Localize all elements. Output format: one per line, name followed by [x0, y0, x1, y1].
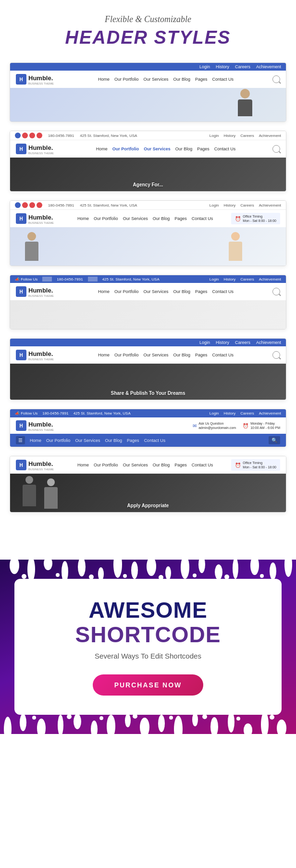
- topbar-login: Login: [199, 340, 210, 345]
- previews-section: Login History Careers Achievement H Humb…: [0, 58, 296, 531]
- logo: H Humble. BUSINESS THEME: [16, 143, 59, 155]
- svg-point-31: [210, 717, 218, 736]
- nav-services[interactable]: Our Services: [123, 216, 148, 221]
- svg-point-13: [215, 564, 222, 579]
- nav-blog[interactable]: Our Blog: [173, 289, 190, 294]
- nav-contact[interactable]: Contact Us: [192, 463, 213, 467]
- social-pinterest[interactable]: [29, 133, 35, 138]
- nav-pages[interactable]: Pages: [127, 438, 139, 443]
- nav-portfolio[interactable]: Our Portfolio: [94, 463, 118, 467]
- search-icon[interactable]: [272, 351, 280, 359]
- p1-navbar: H Humble. BUSINESS THEME Home Our Portfo…: [10, 71, 286, 88]
- topbar-address: 425 St. Stamford, New York, USA: [102, 277, 160, 281]
- nav-pages[interactable]: Pages: [197, 147, 210, 151]
- svg-point-41: [37, 719, 46, 738]
- nav-services[interactable]: Our Services: [143, 77, 168, 82]
- hero-text-5: Share & Publish To Your Dreams: [10, 391, 286, 396]
- svg-point-1: [10, 557, 19, 574]
- nav-pages[interactable]: Pages: [195, 77, 208, 82]
- search-icon[interactable]: [272, 75, 280, 83]
- follow-us: 📣 Follow Us: [15, 277, 37, 281]
- awesome-line1: AWESOME: [88, 598, 207, 623]
- hero-text: Agency For...: [10, 182, 286, 187]
- nav-contact[interactable]: Contact Us: [212, 77, 234, 82]
- social-google[interactable]: [22, 202, 28, 208]
- p6-middle: H Humble. BUSINESS THEME ✉ Ask Us Questi…: [10, 417, 286, 434]
- social-google[interactable]: [22, 133, 28, 138]
- drips-top: [0, 531, 296, 579]
- clock-icon-7: ⏰: [235, 463, 241, 468]
- social-rss[interactable]: [37, 133, 42, 138]
- logo-icon: H: [16, 144, 26, 154]
- drips-bottom: [0, 715, 296, 763]
- nav-home[interactable]: Home: [77, 216, 89, 221]
- logo-icon: H: [16, 460, 26, 470]
- svg-point-4: [62, 561, 68, 579]
- logo-text: Humble.: [28, 214, 53, 221]
- social-pinterest[interactable]: [29, 202, 35, 208]
- hero-person-right: [223, 232, 247, 266]
- nav-links: Home Our Portfolio Our Services Our Blog…: [64, 147, 268, 151]
- drip-top-svg: [0, 531, 296, 579]
- nav-blog[interactable]: Our Blog: [153, 216, 170, 221]
- nav-portfolio[interactable]: Our Portfolio: [114, 289, 139, 294]
- nav-blog[interactable]: Our Blog: [173, 353, 190, 357]
- nav-services[interactable]: Our Services: [144, 147, 171, 151]
- nav-home[interactable]: Home: [96, 147, 108, 151]
- nav-blog[interactable]: Our Blog: [153, 463, 170, 467]
- nav-pages[interactable]: Pages: [174, 463, 187, 467]
- menu-icon[interactable]: ☰: [16, 436, 25, 444]
- svg-point-5: [78, 557, 86, 576]
- nav-services[interactable]: Our Services: [143, 289, 168, 294]
- nav-portfolio[interactable]: Our Portfolio: [94, 216, 118, 221]
- svg-point-42: [20, 715, 26, 731]
- hero-text-7: Apply Appropriate: [10, 503, 286, 508]
- svg-point-21: [123, 574, 127, 578]
- svg-point-39: [74, 715, 81, 729]
- nav-pages[interactable]: Pages: [195, 289, 208, 294]
- nav-portfolio[interactable]: Our Portfolio: [114, 77, 139, 82]
- svg-point-8: [131, 562, 138, 579]
- svg-point-16: [270, 562, 276, 579]
- logo-sub: BUSINESS THEME: [28, 428, 54, 431]
- nav-home[interactable]: Home: [98, 289, 110, 294]
- nav-blog[interactable]: Our Blog: [175, 147, 193, 151]
- nav-portfolio[interactable]: Our Portfolio: [46, 438, 71, 443]
- nav-services[interactable]: Our Services: [123, 463, 148, 467]
- svg-point-45: [236, 717, 240, 721]
- topbar-login: Login: [210, 134, 219, 138]
- nav-home[interactable]: Home: [98, 77, 110, 82]
- top-title: HEADER STYLES: [10, 27, 286, 48]
- nav-services[interactable]: Our Services: [75, 438, 100, 443]
- nav-contact[interactable]: Contact Us: [144, 438, 166, 443]
- nav-contact[interactable]: Contact Us: [212, 353, 234, 357]
- topbar-login: Login: [210, 411, 219, 416]
- nav-services[interactable]: Our Services: [143, 353, 168, 357]
- social-facebook[interactable]: [15, 202, 21, 208]
- svg-point-7: [113, 551, 122, 578]
- office-timing: ⏰ Office TimingMon - Sat 8:00 - 18:00: [231, 213, 280, 224]
- nav-portfolio[interactable]: Our Portfolio: [112, 147, 139, 151]
- divider: [42, 277, 52, 281]
- nav-home[interactable]: Home: [30, 438, 41, 443]
- nav-home[interactable]: Home: [77, 463, 89, 467]
- nav-pages[interactable]: Pages: [195, 353, 208, 357]
- svg-point-43: [4, 717, 12, 742]
- social-rss[interactable]: [37, 202, 42, 208]
- office-timing-text-7: Office TimingMon - Sat 8:00 - 18:00: [243, 461, 276, 469]
- topbar-careers: Careers: [235, 340, 250, 345]
- purchase-button[interactable]: PURCHASE NOW: [93, 674, 204, 696]
- search-button[interactable]: 🔍: [269, 436, 280, 444]
- p1-topbar: Login History Careers Achievement: [10, 63, 286, 71]
- nav-contact[interactable]: Contact Us: [192, 216, 213, 221]
- nav-home[interactable]: Home: [98, 353, 110, 357]
- social-facebook[interactable]: [15, 133, 21, 138]
- nav-contact[interactable]: Contact Us: [212, 289, 234, 294]
- search-icon[interactable]: [272, 145, 280, 153]
- nav-portfolio[interactable]: Our Portfolio: [114, 353, 139, 357]
- nav-blog[interactable]: Our Blog: [173, 77, 190, 82]
- nav-contact[interactable]: Contact Us: [214, 147, 236, 151]
- search-icon[interactable]: [272, 288, 280, 295]
- nav-blog[interactable]: Our Blog: [105, 438, 123, 443]
- nav-pages[interactable]: Pages: [174, 216, 187, 221]
